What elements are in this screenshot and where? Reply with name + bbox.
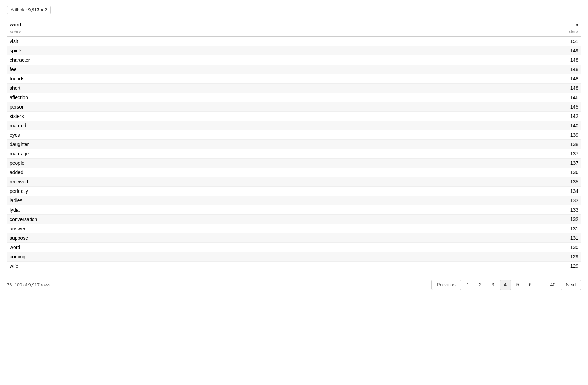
cell-n: 129 (539, 252, 581, 262)
cell-n: 133 (539, 196, 581, 205)
page-3[interactable]: 3 (487, 280, 498, 290)
cell-word: ladies (7, 196, 539, 205)
table-row: received135 (7, 177, 581, 187)
cell-word: suppose (7, 233, 539, 243)
table-row: visit151 (7, 37, 581, 46)
cell-word: feel (7, 65, 539, 74)
table-row: wife129 (7, 262, 581, 271)
tibble-dimensions: 9,917 × 2 (28, 7, 47, 12)
data-table: word n <chr> <int> visit151spirits149cha… (7, 20, 581, 271)
cell-word: word (7, 243, 539, 252)
cell-n: 134 (539, 187, 581, 196)
table-row: friends148 (7, 74, 581, 84)
tibble-label: A tibble: (11, 7, 27, 12)
table-row: short148 (7, 84, 581, 93)
cell-word: daughter (7, 140, 539, 149)
cell-n: 129 (539, 262, 581, 271)
cell-word: person (7, 102, 539, 112)
col-header-word[interactable]: word (7, 20, 539, 29)
cell-n: 130 (539, 243, 581, 252)
col-header-n[interactable]: n (539, 20, 581, 29)
column-type-row: <chr> <int> (7, 29, 581, 37)
cell-word: visit (7, 37, 539, 46)
cell-word: affection (7, 93, 539, 102)
pagination: Previous 1 2 3 4 5 6 … 40 Next (431, 280, 581, 290)
table-body: visit151spirits149character148feel148fri… (7, 37, 581, 271)
table-row: sisters142 (7, 112, 581, 121)
cell-n: 133 (539, 205, 581, 215)
table-row: added136 (7, 168, 581, 177)
cell-word: coming (7, 252, 539, 262)
page-6[interactable]: 6 (525, 280, 536, 290)
table-row: marriage137 (7, 149, 581, 159)
col-type-word: <chr> (7, 29, 539, 37)
cell-n: 146 (539, 93, 581, 102)
cell-word: perfectly (7, 187, 539, 196)
cell-word: spirits (7, 46, 539, 55)
cell-n: 151 (539, 37, 581, 46)
cell-n: 138 (539, 140, 581, 149)
cell-word: conversation (7, 215, 539, 224)
cell-n: 137 (539, 159, 581, 168)
table-row: answer131 (7, 224, 581, 233)
cell-n: 149 (539, 46, 581, 55)
cell-word: wife (7, 262, 539, 271)
cell-n: 139 (539, 130, 581, 140)
cell-n: 135 (539, 177, 581, 187)
cell-n: 132 (539, 215, 581, 224)
table-row: daughter138 (7, 140, 581, 149)
table-row: spirits149 (7, 46, 581, 55)
cell-n: 136 (539, 168, 581, 177)
cell-word: eyes (7, 130, 539, 140)
cell-word: character (7, 55, 539, 65)
cell-word: received (7, 177, 539, 187)
table-row: person145 (7, 102, 581, 112)
cell-n: 131 (539, 233, 581, 243)
table-row: character148 (7, 55, 581, 65)
next-button[interactable]: Next (561, 280, 581, 290)
cell-word: lydia (7, 205, 539, 215)
cell-n: 148 (539, 65, 581, 74)
page-5[interactable]: 5 (512, 280, 523, 290)
cell-word: short (7, 84, 539, 93)
row-count-info: 76–100 of 9,917 rows (7, 282, 50, 288)
table-row: conversation132 (7, 215, 581, 224)
cell-word: friends (7, 74, 539, 84)
cell-n: 140 (539, 121, 581, 130)
table-row: affection146 (7, 93, 581, 102)
cell-word: marriage (7, 149, 539, 159)
pagination-ellipsis: … (537, 280, 545, 290)
col-type-n: <int> (539, 29, 581, 37)
page-4[interactable]: 4 (500, 280, 511, 290)
table-row: ladies133 (7, 196, 581, 205)
cell-n: 148 (539, 55, 581, 65)
page-1[interactable]: 1 (462, 280, 473, 290)
page-2[interactable]: 2 (475, 280, 486, 290)
cell-n: 131 (539, 224, 581, 233)
cell-word: answer (7, 224, 539, 233)
cell-word: people (7, 159, 539, 168)
cell-word: sisters (7, 112, 539, 121)
cell-n: 145 (539, 102, 581, 112)
table-row: married140 (7, 121, 581, 130)
cell-word: married (7, 121, 539, 130)
cell-n: 142 (539, 112, 581, 121)
table-row: suppose131 (7, 233, 581, 243)
table-row: coming129 (7, 252, 581, 262)
page-40[interactable]: 40 (546, 280, 560, 290)
table-row: word130 (7, 243, 581, 252)
table-footer: 76–100 of 9,917 rows Previous 1 2 3 4 5 … (7, 274, 581, 294)
table-row: perfectly134 (7, 187, 581, 196)
cell-n: 148 (539, 74, 581, 84)
cell-n: 148 (539, 84, 581, 93)
table-row: feel148 (7, 65, 581, 74)
table-row: people137 (7, 159, 581, 168)
previous-button[interactable]: Previous (431, 280, 461, 290)
cell-word: added (7, 168, 539, 177)
table-row: lydia133 (7, 205, 581, 215)
tibble-info: A tibble: 9,917 × 2 (7, 6, 51, 14)
column-header-row: word n (7, 20, 581, 29)
table-row: eyes139 (7, 130, 581, 140)
cell-n: 137 (539, 149, 581, 159)
